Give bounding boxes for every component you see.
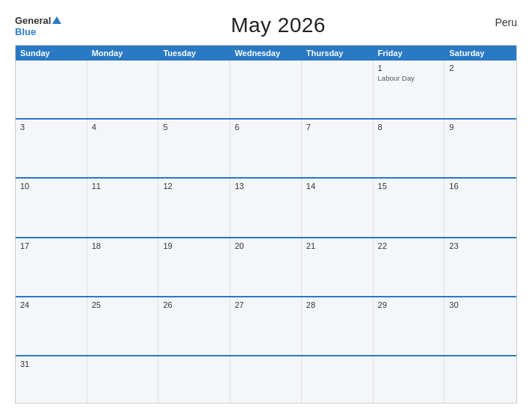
day-number: 18 bbox=[92, 241, 154, 250]
day-cell: 25 bbox=[87, 297, 159, 355]
day-number: 19 bbox=[163, 241, 225, 250]
day-number: 24 bbox=[20, 300, 82, 309]
day-number: 11 bbox=[92, 182, 154, 191]
day-number: 12 bbox=[163, 182, 225, 191]
day-number: 13 bbox=[235, 182, 297, 191]
day-number: 3 bbox=[20, 123, 82, 132]
week-row-6: 31 bbox=[16, 355, 516, 403]
day-number: 29 bbox=[378, 300, 440, 309]
day-number: 9 bbox=[449, 123, 512, 132]
day-number: 10 bbox=[20, 182, 82, 191]
day-cell bbox=[230, 356, 302, 403]
day-cell bbox=[445, 356, 516, 403]
day-number: 16 bbox=[449, 182, 512, 191]
day-cell: 20 bbox=[230, 238, 302, 296]
week-row-1: 1Labour Day2 bbox=[16, 61, 516, 118]
day-number: 22 bbox=[378, 241, 440, 250]
day-cell: 21 bbox=[302, 238, 374, 296]
day-header-thursday: Thursday bbox=[302, 46, 374, 61]
logo-triangle-icon bbox=[52, 16, 61, 24]
day-number: 6 bbox=[235, 123, 297, 132]
day-number: 28 bbox=[306, 300, 368, 309]
day-number: 1 bbox=[378, 64, 440, 72]
day-cell: 15 bbox=[374, 179, 445, 236]
day-cell: 4 bbox=[87, 120, 159, 177]
day-number: 25 bbox=[92, 300, 154, 309]
day-header-tuesday: Tuesday bbox=[158, 46, 230, 61]
day-cell: 28 bbox=[302, 297, 374, 355]
day-cell: 8 bbox=[374, 120, 445, 177]
week-row-3: 10111213141516 bbox=[16, 177, 516, 236]
day-number: 30 bbox=[449, 300, 512, 309]
day-cell: 19 bbox=[158, 238, 230, 296]
day-number: 21 bbox=[306, 241, 368, 250]
day-cell: 9 bbox=[445, 120, 516, 177]
day-cell: 23 bbox=[445, 238, 516, 296]
day-cell: 13 bbox=[230, 179, 302, 236]
day-cell bbox=[158, 356, 230, 403]
day-cell bbox=[302, 356, 374, 403]
holiday-label: Labour Day bbox=[378, 74, 440, 82]
day-number: 7 bbox=[306, 123, 368, 132]
day-cell: 12 bbox=[158, 179, 230, 236]
day-cell: 10 bbox=[16, 179, 87, 236]
day-header-wednesday: Wednesday bbox=[230, 46, 302, 61]
page: General Blue May 2026 Peru Sunday Monday… bbox=[0, 0, 532, 411]
day-cell: 27 bbox=[230, 297, 302, 355]
header: General Blue May 2026 Peru bbox=[15, 13, 517, 37]
day-cell: 22 bbox=[374, 238, 445, 296]
week-row-4: 17181920212223 bbox=[16, 237, 516, 296]
day-cell bbox=[158, 61, 230, 118]
week-row-2: 3456789 bbox=[16, 118, 516, 177]
day-cell: 2 bbox=[445, 61, 516, 118]
week-row-5: 24252627282930 bbox=[16, 296, 516, 355]
day-cell: 16 bbox=[445, 179, 516, 236]
day-cell: 6 bbox=[230, 120, 302, 177]
day-header-saturday: Saturday bbox=[445, 46, 516, 61]
day-cell bbox=[374, 356, 445, 403]
day-cell: 5 bbox=[158, 120, 230, 177]
day-number: 14 bbox=[306, 182, 368, 191]
logo-blue: Blue bbox=[15, 27, 61, 37]
day-number: 5 bbox=[163, 123, 225, 132]
day-header-friday: Friday bbox=[374, 46, 445, 61]
day-cell: 11 bbox=[87, 179, 159, 236]
day-number: 31 bbox=[20, 359, 82, 368]
day-cell bbox=[16, 61, 87, 118]
day-number: 26 bbox=[163, 300, 225, 309]
day-cell: 1Labour Day bbox=[374, 61, 445, 118]
day-cell bbox=[87, 61, 159, 118]
day-number: 17 bbox=[20, 241, 82, 250]
day-header-monday: Monday bbox=[87, 46, 159, 61]
day-number: 8 bbox=[378, 123, 440, 132]
day-number: 23 bbox=[449, 241, 512, 250]
country-label: Peru bbox=[495, 13, 517, 28]
day-cell: 26 bbox=[158, 297, 230, 355]
logo: General Blue bbox=[15, 13, 61, 37]
day-cell: 18 bbox=[87, 238, 159, 296]
day-cell: 7 bbox=[302, 120, 374, 177]
day-cell: 31 bbox=[16, 356, 87, 403]
calendar-title: May 2026 bbox=[231, 13, 326, 37]
day-headers-row: Sunday Monday Tuesday Wednesday Thursday… bbox=[16, 46, 516, 61]
day-cell bbox=[87, 356, 159, 403]
day-cell bbox=[230, 61, 302, 118]
day-header-sunday: Sunday bbox=[16, 46, 87, 61]
day-number: 15 bbox=[378, 182, 440, 191]
day-cell: 14 bbox=[302, 179, 374, 236]
day-cell bbox=[302, 61, 374, 118]
day-number: 27 bbox=[235, 300, 297, 309]
calendar: Sunday Monday Tuesday Wednesday Thursday… bbox=[15, 45, 517, 404]
day-cell: 29 bbox=[374, 297, 445, 355]
day-number: 4 bbox=[92, 123, 154, 132]
day-number: 2 bbox=[449, 64, 512, 72]
weeks-container: 1Labour Day23456789101112131415161718192… bbox=[16, 61, 516, 403]
day-cell: 30 bbox=[445, 297, 516, 355]
day-cell: 3 bbox=[16, 120, 87, 177]
day-cell: 17 bbox=[16, 238, 87, 296]
logo-text: General bbox=[15, 13, 61, 27]
day-cell: 24 bbox=[16, 297, 87, 355]
logo-general: General bbox=[15, 15, 51, 26]
day-number: 20 bbox=[235, 241, 297, 250]
